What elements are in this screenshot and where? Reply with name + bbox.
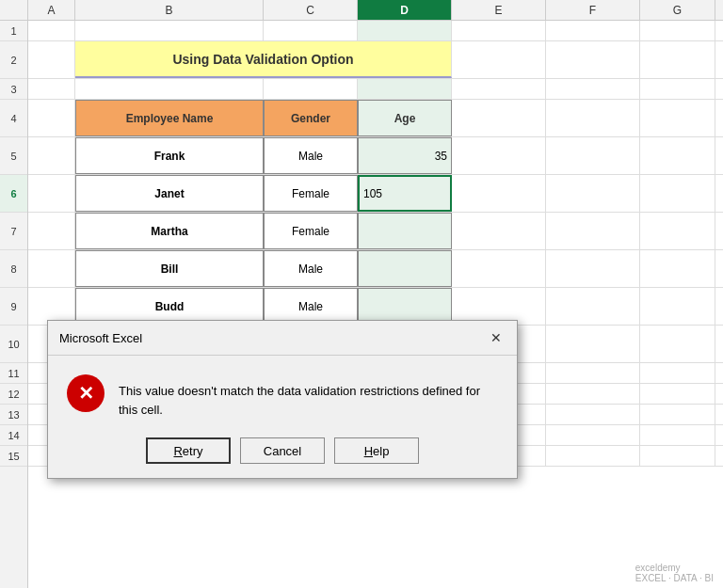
retry-button[interactable]: Retry [146,437,231,464]
cell-c1[interactable] [264,21,358,40]
cell-d3[interactable] [358,79,452,99]
cell-a7[interactable] [28,213,75,249]
cell-age-martha[interactable] [358,213,452,249]
cell-f14[interactable] [546,425,640,445]
row-num-9[interactable]: 9 [0,288,27,326]
cell-f13[interactable] [546,405,640,424]
cell-a8[interactable] [28,250,75,287]
cell-name-janet[interactable]: Janet [75,175,264,212]
cell-g6[interactable] [640,175,715,212]
row-num-14[interactable]: 14 [0,425,27,446]
excel-dialog: Microsoft Excel ✕ ✕ This value doesn't m… [47,320,518,479]
row-num-15[interactable]: 15 [0,446,27,467]
row-num-2[interactable]: 2 [0,41,27,79]
cell-g8[interactable] [640,250,715,287]
cell-b1[interactable] [75,21,264,40]
cell-g2[interactable] [640,41,715,78]
cell-g5[interactable] [640,137,715,174]
cell-f4[interactable] [546,100,640,136]
row-num-13[interactable]: 13 [0,405,27,425]
cell-c3[interactable] [264,79,358,99]
row-num-10[interactable]: 10 [0,326,27,363]
cell-e1[interactable] [452,21,546,40]
cell-age-bill[interactable] [358,250,452,287]
col-header-b[interactable]: B [75,0,264,20]
cell-g1[interactable] [640,21,715,40]
cell-g9[interactable] [640,288,715,325]
dialog-close-button[interactable]: ✕ [487,328,506,347]
corner-cell [0,0,28,20]
cell-f1[interactable] [546,21,640,40]
cell-g11[interactable] [640,363,715,383]
cell-gender-janet[interactable]: Female [264,175,358,212]
row-num-12[interactable]: 12 [0,384,27,405]
row-num-3[interactable]: 3 [0,79,27,100]
cell-a3[interactable] [28,79,75,99]
dialog-body: ✕ This value doesn't match the data vali… [48,356,517,428]
cell-e7[interactable] [452,213,546,249]
cell-a1[interactable] [28,21,75,40]
cell-e5[interactable] [452,137,546,174]
cell-d1[interactable] [358,21,452,40]
cell-g12[interactable] [640,384,715,404]
cancel-button[interactable]: Cancel [240,437,325,464]
row-num-4[interactable]: 4 [0,100,27,137]
col-header-d[interactable]: D [358,0,452,20]
cell-gender-frank[interactable]: Male [264,137,358,174]
cell-f12[interactable] [546,384,640,404]
col-header-c[interactable]: C [264,0,358,20]
cell-f8[interactable] [546,250,640,287]
row-num-1[interactable]: 1 [0,21,27,41]
header-name[interactable]: Employee Name [75,100,264,136]
row-3 [28,79,723,100]
cell-e3[interactable] [452,79,546,99]
cell-e2[interactable] [452,41,546,78]
header-gender[interactable]: Gender [264,100,358,136]
cell-gender-bill[interactable]: Male [264,250,358,287]
cell-f9[interactable] [546,288,640,325]
spreadsheet: A B C D E F G 1 2 3 4 5 6 7 8 9 10 11 12… [0,0,723,588]
cell-a5[interactable] [28,137,75,174]
cell-g4[interactable] [640,100,715,136]
header-age[interactable]: Age [358,100,452,136]
cell-age-frank[interactable]: 35 [358,137,452,174]
cell-f10[interactable] [546,326,640,362]
cell-e6[interactable] [452,175,546,212]
cell-g14[interactable] [640,425,715,445]
row-num-8[interactable]: 8 [0,250,27,288]
row-num-6[interactable]: 6 [0,175,27,213]
cell-a4[interactable] [28,100,75,136]
cell-f11[interactable] [546,363,640,383]
row-num-5[interactable]: 5 [0,137,27,175]
cell-f6[interactable] [546,175,640,212]
cell-f3[interactable] [546,79,640,99]
cell-g3[interactable] [640,79,715,99]
row-num-11[interactable]: 11 [0,363,27,384]
row-5-frank: Frank Male 35 [28,137,723,175]
cell-g15[interactable] [640,446,715,466]
cell-e8[interactable] [452,250,546,287]
cell-f5[interactable] [546,137,640,174]
row-num-7[interactable]: 7 [0,213,27,250]
help-button[interactable]: Help [334,437,419,464]
col-header-f[interactable]: F [546,0,640,20]
cell-age-janet-selected[interactable]: 105 [358,175,452,212]
title-cell[interactable]: Using Data Validation Option [75,41,452,78]
cell-b3[interactable] [75,79,264,99]
cell-name-martha[interactable]: Martha [75,213,264,249]
cell-g10[interactable] [640,326,715,362]
col-header-e[interactable]: E [452,0,546,20]
cell-g13[interactable] [640,405,715,424]
cell-a2[interactable] [28,41,75,78]
cell-g7[interactable] [640,213,715,249]
cell-f7[interactable] [546,213,640,249]
cell-name-frank[interactable]: Frank [75,137,264,174]
cell-gender-martha[interactable]: Female [264,213,358,249]
col-header-a[interactable]: A [28,0,75,20]
col-header-g[interactable]: G [640,0,715,20]
cell-a6[interactable] [28,175,75,212]
cell-f15[interactable] [546,446,640,466]
cell-e4[interactable] [452,100,546,136]
cell-name-bill[interactable]: Bill [75,250,264,287]
cell-f2[interactable] [546,41,640,78]
